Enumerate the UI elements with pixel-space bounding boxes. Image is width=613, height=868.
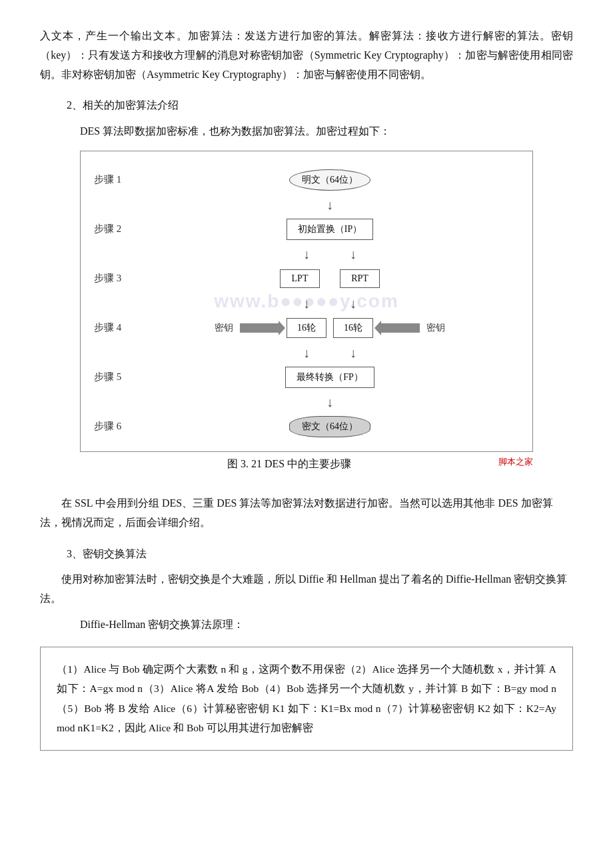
arrow-2a: ↓ — [303, 247, 310, 261]
lpt-rpt-area: LPT RPT — [280, 269, 380, 288]
step-row-6: 步骤 6 密文（64位） — [94, 409, 519, 445]
key-16-row: 密钥 16轮 16轮 密钥 — [141, 318, 519, 338]
arrow-1: ↓ — [326, 198, 333, 211]
step-content-2: 初始置换（IP） — [141, 219, 519, 240]
rpt-box: RPT — [340, 269, 380, 288]
arrow-2b: ↓ — [350, 247, 356, 261]
arrow-3a: ↓ — [303, 297, 310, 310]
section2-title: 2、相关的加密算法介绍 — [67, 96, 573, 115]
mingwen-box: 明文（64位） — [289, 169, 370, 191]
step-label-2: 步骤 2 — [94, 223, 141, 235]
lun16-right-box: 16轮 — [333, 318, 373, 338]
miyao-right-label: 密钥 — [426, 322, 445, 334]
step-label-5: 步骤 5 — [94, 371, 141, 383]
miwen-box: 密文（64位） — [289, 416, 370, 437]
diagram-caption-text: 图 3. 21 DES 中的主要步骤 — [227, 458, 351, 469]
after-diagram-p1: 在 SSL 中会用到分组 DES、三重 DES 算法等加密算法对数据进行加密。当… — [40, 494, 573, 533]
miyao-left-label: 密钥 — [215, 322, 233, 334]
diagram-steps: 步骤 1 明文（64位） ↓ 步骤 2 初始置换（IP） ↓ ↓ 步骤 3 — [94, 162, 519, 445]
ip-box: 初始置换（IP） — [287, 219, 373, 240]
step-content-4: 密钥 16轮 16轮 密钥 — [141, 318, 519, 338]
diagram-caption-row: 图 3. 21 DES 中的主要步骤 脚本之家 — [80, 457, 533, 471]
section3-p2: Diffie-Hellman 密钥交换算法原理： — [80, 615, 573, 635]
step-label-6: 步骤 6 — [94, 420, 141, 433]
lpt-box: LPT — [280, 269, 320, 288]
key-arrow-left-shape — [240, 323, 280, 333]
arrow-3b: ↓ — [350, 297, 356, 310]
step-label-3: 步骤 3 — [94, 272, 141, 285]
step-content-3: LPT RPT — [141, 269, 519, 288]
arrow-4a: ↓ — [303, 346, 310, 359]
intro-paragraph: 入文本，产生一个输出文本。加密算法：发送方进行加密的算法。解密算法：接收方进行解… — [40, 27, 573, 84]
step-row-3: 步骤 3 LPT RPT — [94, 261, 519, 297]
fp-box: 最终转换（FP） — [285, 367, 374, 388]
step-content-6: 密文（64位） — [141, 416, 519, 437]
step-label-1: 步骤 1 — [94, 173, 141, 186]
arrow-4b: ↓ — [350, 346, 356, 359]
step-row-4: 步骤 4 密钥 16轮 16轮 密钥 — [94, 310, 519, 346]
key-arrow-right-shape — [380, 323, 420, 333]
step-row-1: 步骤 1 明文（64位） — [94, 162, 519, 198]
diagram-brand: 脚本之家 — [498, 456, 533, 468]
arrow-5: ↓ — [326, 395, 333, 409]
step-label-4: 步骤 4 — [94, 321, 141, 334]
step-content-1: 明文（64位） — [141, 169, 519, 191]
section3-p1: 使用对称加密算法时，密钥交换是个大难题，所以 Diffie 和 Hellman … — [40, 570, 573, 609]
des-diagram: www.b●●●●●y.com 步骤 1 明文（64位） ↓ 步骤 2 初始置换… — [80, 151, 533, 452]
step-row-2: 步骤 2 初始置换（IP） — [94, 211, 519, 247]
lun16-left-box: 16轮 — [287, 318, 326, 338]
step-content-5: 最终转换（FP） — [141, 367, 519, 388]
section2-desc: DES 算法即数据加密标准，也称为数据加密算法。加密过程如下： — [80, 122, 573, 141]
step-row-5: 步骤 5 最终转换（FP） — [94, 359, 519, 395]
section3-title: 3、密钥交换算法 — [67, 545, 573, 564]
dh-box: （1）Alice 与 Bob 确定两个大素数 n 和 g，这两个数不用保密（2）… — [40, 647, 573, 751]
